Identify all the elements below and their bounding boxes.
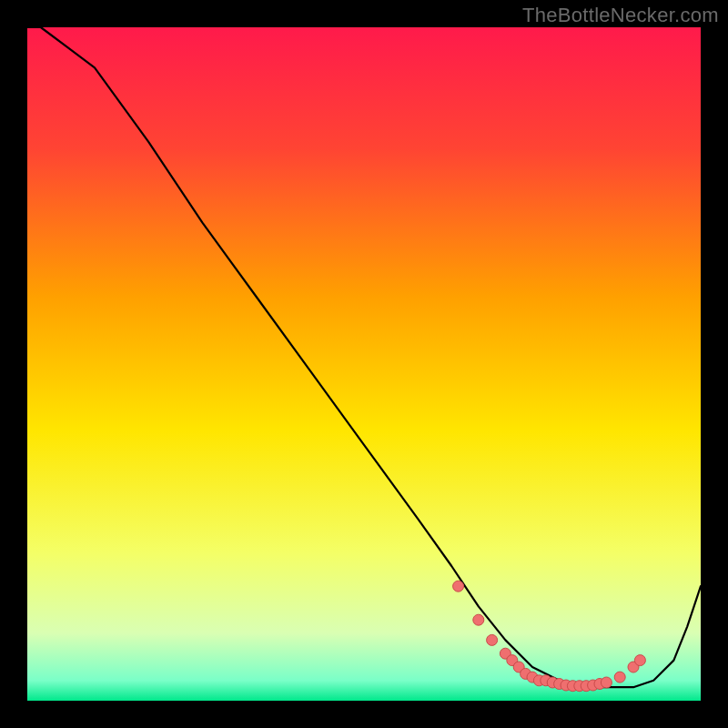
valley-dot	[601, 677, 612, 688]
valley-dot	[614, 672, 625, 682]
chart-frame: TheBottleNecker.com	[0, 0, 728, 728]
valley-dot	[487, 634, 498, 645]
chart-svg	[0, 0, 728, 728]
gradient-background	[27, 27, 701, 701]
valley-dot	[473, 614, 484, 625]
valley-dot	[634, 655, 645, 666]
valley-dot	[453, 581, 464, 592]
